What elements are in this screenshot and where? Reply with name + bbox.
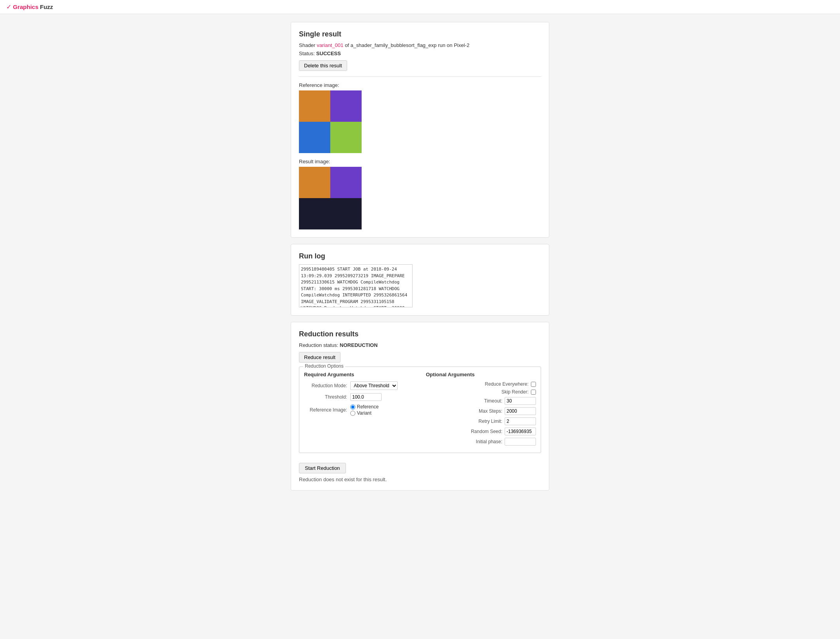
logo-fuzz-text: Fuzz (40, 4, 53, 10)
optional-args-title: Optional Arguments (426, 372, 536, 377)
result-image-label: Result image: (299, 159, 541, 164)
logo: ✓ Graphics Fuzz (6, 3, 53, 11)
status-label: Status: (299, 51, 315, 56)
logo-check-icon: ✓ (6, 3, 11, 11)
shader-device-text: Pixel-2 (454, 42, 469, 48)
required-args-title: Required Arguments (304, 372, 414, 377)
shader-label: Shader (299, 42, 315, 48)
ref-img-quad-green (330, 122, 362, 153)
shader-run-text: run on (438, 42, 453, 48)
initial-phase-input[interactable] (505, 438, 536, 446)
reduction-options-box: Reduction Options Required Arguments Red… (299, 366, 541, 453)
max-steps-input[interactable] (505, 407, 536, 415)
reduction-results-title: Reduction results (299, 330, 541, 338)
skip-render-label: Skip Render: (489, 389, 529, 395)
shader-of-text: of a_shader_family_bubblesort_flag_exp (345, 42, 436, 48)
radio-variant-input[interactable] (350, 411, 355, 416)
res-img-quad-orange (299, 167, 330, 198)
reduce-result-button[interactable]: Reduce result (299, 352, 340, 363)
shader-info: Shader variant_001 of a_shader_family_bu… (299, 42, 541, 48)
status-value-text: SUCCESS (316, 51, 341, 56)
single-result-card: Single result Shader variant_001 of a_sh… (291, 22, 549, 238)
start-reduction-button[interactable]: Start Reduction (299, 463, 346, 473)
run-log-title: Run log (299, 252, 541, 260)
reduction-mode-row: Reduction Mode: Above Threshold (304, 381, 414, 390)
retry-limit-input[interactable] (505, 417, 536, 425)
ref-img-quad-purple (330, 90, 362, 122)
result-image (299, 167, 362, 229)
reduction-status: Reduction status: NOREDUCTION (299, 342, 541, 348)
reduction-status-label: Reduction status: (299, 342, 338, 348)
threshold-label: Threshold: (304, 394, 347, 400)
logo-graphics-text: Graphics (13, 4, 38, 10)
required-args-section: Required Arguments Reduction Mode: Above… (304, 372, 414, 448)
max-steps-label: Max Steps: (463, 408, 502, 414)
random-seed-input[interactable] (505, 428, 536, 435)
single-result-title: Single result (299, 30, 541, 38)
app-header: ✓ Graphics Fuzz (0, 0, 840, 14)
reference-image-radio-group: Reference Variant (350, 404, 378, 416)
ref-img-quad-blue (299, 122, 330, 153)
reference-image (299, 90, 362, 153)
shader-link[interactable]: variant_001 (317, 42, 344, 48)
initial-phase-row: Initial phase: (426, 438, 536, 446)
random-seed-row: Random Seed: (426, 428, 536, 435)
reduce-everywhere-checkbox[interactable] (531, 382, 536, 387)
radio-variant-label: Variant (357, 410, 371, 416)
options-inner: Required Arguments Reduction Mode: Above… (304, 372, 536, 448)
run-log-card: Run log 2995189400405 START JOB at 2018-… (291, 244, 549, 316)
res-img-quad-black-tr (330, 198, 362, 229)
max-steps-row: Max Steps: (426, 407, 536, 415)
reduction-results-card: Reduction results Reduction status: NORE… (291, 322, 549, 491)
reduction-mode-select[interactable]: Above Threshold (350, 381, 398, 390)
delete-result-button[interactable]: Delete this result (299, 60, 347, 71)
reduction-options-legend: Reduction Options (303, 363, 345, 369)
reduce-everywhere-label: Reduce Everywhere: (485, 381, 529, 387)
threshold-input[interactable] (350, 393, 382, 401)
radio-reference-item: Reference (350, 404, 378, 410)
status-line: Status: SUCCESS (299, 51, 541, 56)
retry-limit-label: Retry Limit: (463, 419, 502, 424)
no-reduction-text: Reduction does not exist for this result… (299, 477, 541, 482)
reduction-mode-label: Reduction Mode: (304, 383, 347, 388)
reduction-status-value-text: NOREDUCTION (340, 342, 378, 348)
skip-render-row: Skip Render: (426, 389, 536, 395)
radio-reference-label: Reference (357, 404, 378, 410)
timeout-row: Timeout: (426, 397, 536, 405)
reference-image-form-label: Reference Image: (304, 407, 347, 413)
threshold-row: Threshold: (304, 393, 414, 401)
reference-image-row: Reference Image: Reference Variant (304, 404, 414, 416)
reference-image-label: Reference image: (299, 82, 541, 88)
radio-variant-item: Variant (350, 410, 378, 416)
ref-img-quad-orange (299, 90, 330, 122)
divider-1 (299, 76, 541, 77)
run-log-box[interactable]: 2995189400405 START JOB at 2018-09-24 13… (299, 264, 413, 307)
res-img-quad-purple (330, 167, 362, 198)
optional-args-section: Optional Arguments Reduce Everywhere: Sk… (426, 372, 536, 448)
timeout-label: Timeout: (463, 398, 502, 404)
reduce-everywhere-row: Reduce Everywhere: (426, 381, 536, 387)
res-img-quad-black-tl (299, 198, 330, 229)
initial-phase-label: Initial phase: (463, 439, 502, 444)
skip-render-checkbox[interactable] (531, 390, 536, 395)
radio-reference-input[interactable] (350, 404, 355, 410)
random-seed-label: Random Seed: (463, 429, 502, 434)
retry-limit-row: Retry Limit: (426, 417, 536, 425)
timeout-input[interactable] (505, 397, 536, 405)
main-content: Single result Shader variant_001 of a_sh… (287, 22, 553, 491)
